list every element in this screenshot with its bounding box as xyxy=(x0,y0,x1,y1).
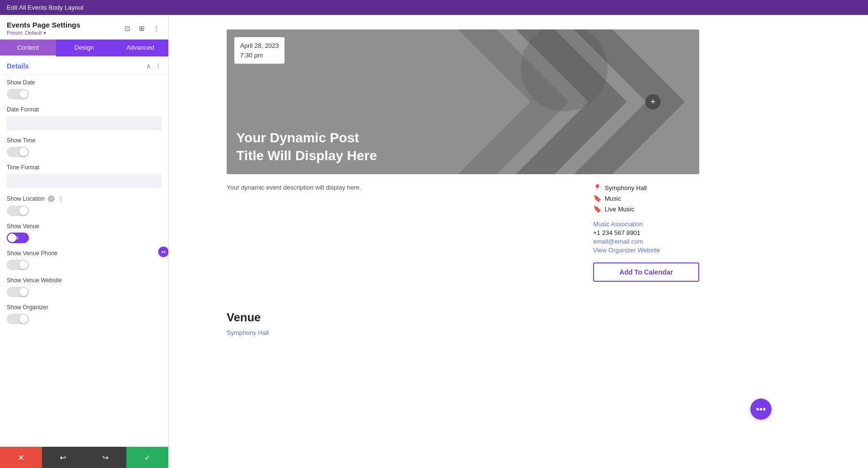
show-venue-website-knob xyxy=(19,288,28,296)
panel-icon-columns[interactable]: ⊞ xyxy=(136,23,147,34)
floating-dots-button[interactable]: ••• xyxy=(750,399,772,420)
save-button[interactable]: ✓ xyxy=(126,447,168,468)
show-venue-phone-label: Show Venue Phone xyxy=(7,250,162,257)
event-meta-sidebar: 📍 Symphony Hall 🔖 Music 🔖 Live Music Mus… xyxy=(593,184,699,282)
panel-icon-more[interactable]: ⋮ xyxy=(151,23,162,34)
organizer-info: Music Association +1 234 567 8901 email@… xyxy=(593,220,699,254)
preset-label: Preset: Default ▾ xyxy=(7,30,81,36)
left-panel: Events Page Settings Preset: Default ▾ ⊡… xyxy=(0,15,169,468)
main-layout: Events Page Settings Preset: Default ▾ ⊡… xyxy=(0,15,868,468)
show-organizer-knob xyxy=(19,315,28,323)
category-music-text: Music xyxy=(605,195,621,202)
cancel-icon: ✕ xyxy=(18,453,24,462)
details-title: Details xyxy=(7,62,29,70)
location-icon: 📍 xyxy=(593,184,601,192)
details-section-header: Details ∧ ⋮ xyxy=(0,56,168,74)
meta-category-live-music: 🔖 Live Music xyxy=(593,205,699,213)
show-organizer-row: Show Organizer NO xyxy=(0,299,168,326)
description-area: Your dynamic event description will disp… xyxy=(227,184,579,282)
show-venue-row: Show Venue YES xyxy=(0,218,168,245)
details-more-icon[interactable]: ⋮ xyxy=(155,62,162,70)
redo-button[interactable]: ↪ xyxy=(84,447,126,468)
organizer-website[interactable]: View Organizer Website xyxy=(593,247,699,254)
post-title: Your Dynamic Post Title Will Display Her… xyxy=(236,129,381,165)
panel-header: Events Page Settings Preset: Default ▾ ⊡… xyxy=(0,15,168,40)
dots-icon: ••• xyxy=(756,404,766,415)
event-time: 7:30 pm xyxy=(240,51,279,60)
date-format-row: Date Format xyxy=(0,101,168,132)
meta-location: 📍 Symphony Hall xyxy=(593,184,699,192)
venue-name: Symphony Hall xyxy=(605,184,647,192)
add-content-button[interactable]: + xyxy=(645,94,661,110)
show-venue-website-row: Show Venue Website NO xyxy=(0,272,168,299)
panel-icon-screen[interactable]: ⊡ xyxy=(122,23,133,34)
show-venue-phone-row: Show Venue Phone NO xyxy=(0,245,168,272)
preset-text[interactable]: Preset: Default xyxy=(7,30,42,36)
tab-content[interactable]: Content xyxy=(0,40,56,56)
category-live-music-text: Live Music xyxy=(605,206,634,213)
organizer-phone: +1 234 567 8901 xyxy=(593,229,699,236)
undo-icon: ↩ xyxy=(60,453,66,462)
show-location-help-icon[interactable]: ? xyxy=(48,195,54,202)
venue-link[interactable]: Symphony Hall xyxy=(227,329,269,336)
save-icon: ✓ xyxy=(144,453,150,462)
show-venue-toggle[interactable]: YES xyxy=(7,233,29,243)
bottom-toolbar: ✕ ↩ ↪ ✓ xyxy=(0,447,168,468)
top-bar: Edit All Events Body Layout xyxy=(0,0,868,15)
show-venue-website-label: Show Venue Website xyxy=(7,277,162,284)
show-date-row: Show Date NO xyxy=(0,74,168,101)
panel-resize-handle[interactable]: ⇔ xyxy=(158,247,168,257)
tab-design[interactable]: Design xyxy=(56,40,112,56)
right-content: April 28, 2023 7:30 pm Your Dynamic Post… xyxy=(169,15,868,468)
date-format-input[interactable] xyxy=(7,116,162,130)
panel-content: Details ∧ ⋮ Show Date NO xyxy=(0,56,168,447)
organizer-email[interactable]: email@email.com xyxy=(593,238,699,245)
cancel-button[interactable]: ✕ xyxy=(0,447,42,468)
venue-section: Venue Symphony Hall xyxy=(227,311,699,337)
redo-icon: ↪ xyxy=(102,453,108,462)
show-venue-phone-toggle[interactable]: NO xyxy=(7,260,29,270)
event-description: Your dynamic event description will disp… xyxy=(227,184,555,191)
show-time-label: Show Time xyxy=(7,137,162,144)
date-badge: April 28, 2023 7:30 pm xyxy=(234,37,285,64)
show-date-toggle[interactable]: NO xyxy=(7,89,29,99)
add-to-calendar-button[interactable]: Add To Calendar xyxy=(593,262,699,282)
show-organizer-toggle[interactable]: NO xyxy=(7,314,29,324)
tabs-bar: Content Design Advanced xyxy=(0,40,168,56)
event-image: April 28, 2023 7:30 pm Your Dynamic Post… xyxy=(227,29,699,174)
tab-advanced[interactable]: Advanced xyxy=(112,40,168,56)
time-format-row: Time Format xyxy=(0,159,168,190)
show-date-knob xyxy=(19,90,28,98)
category-icon-music: 🔖 xyxy=(593,194,601,202)
content-row: Your dynamic event description will disp… xyxy=(227,184,699,282)
organizer-name[interactable]: Music Association xyxy=(593,220,699,228)
show-location-toggle[interactable]: NO xyxy=(7,206,29,216)
show-time-knob xyxy=(19,148,28,156)
details-collapse-icon[interactable]: ∧ xyxy=(146,62,151,70)
category-icon-live-music: 🔖 xyxy=(593,205,601,213)
meta-category-music: 🔖 Music xyxy=(593,194,699,202)
show-venue-label: Show Venue xyxy=(7,223,162,230)
undo-button[interactable]: ↩ xyxy=(42,447,84,468)
show-location-label: Show Location ? ⋮ xyxy=(7,195,162,203)
show-organizer-label: Show Organizer xyxy=(7,304,162,311)
time-format-input[interactable] xyxy=(7,174,162,188)
show-location-knob xyxy=(19,206,28,215)
show-location-row: Show Location ? ⋮ NO xyxy=(0,190,168,218)
top-bar-title: Edit All Events Body Layout xyxy=(7,4,83,11)
date-format-label: Date Format xyxy=(7,106,162,113)
show-venue-phone-knob xyxy=(19,261,28,269)
show-venue-knob xyxy=(8,234,16,242)
venue-section-title: Venue xyxy=(227,311,699,324)
show-time-row: Show Time NO xyxy=(0,132,168,159)
show-venue-website-toggle[interactable]: NO xyxy=(7,287,29,297)
show-time-toggle[interactable]: NO xyxy=(7,147,29,157)
event-date: April 28, 2023 xyxy=(240,41,279,51)
show-location-more-icon[interactable]: ⋮ xyxy=(57,195,64,203)
panel-title: Events Page Settings xyxy=(7,21,81,29)
time-format-label: Time Format xyxy=(7,164,162,171)
show-date-label: Show Date xyxy=(7,79,162,86)
